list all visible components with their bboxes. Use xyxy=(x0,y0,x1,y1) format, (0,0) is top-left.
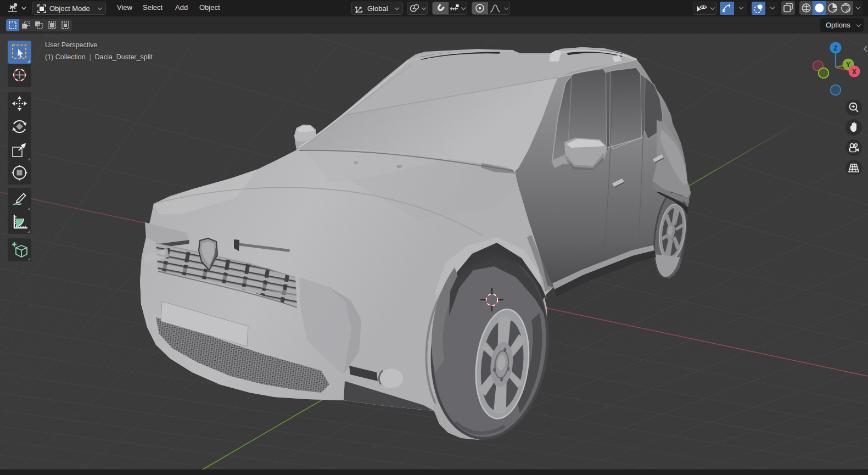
svg-text:X: X xyxy=(852,68,856,76)
svg-text:Z: Z xyxy=(833,44,837,52)
svg-text:Y: Y xyxy=(846,61,850,69)
